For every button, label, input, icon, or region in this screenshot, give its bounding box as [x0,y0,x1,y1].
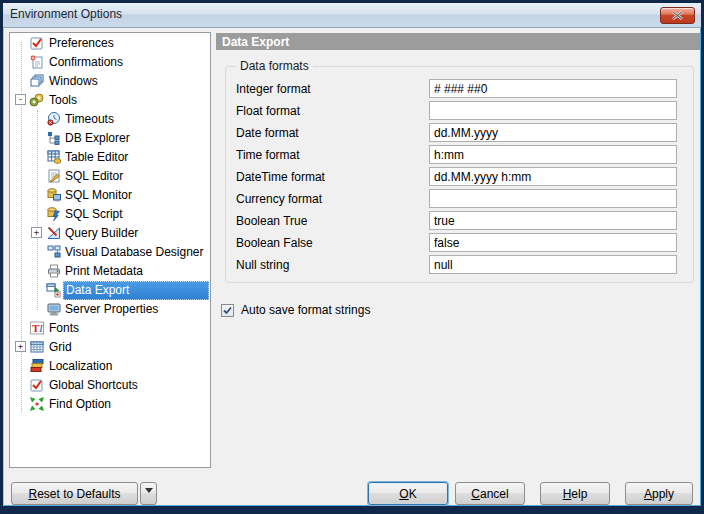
tree-item-sql-script[interactable]: SQL Script [10,205,210,224]
close-button[interactable] [660,7,695,24]
tree-item-localization[interactable]: Localization [10,357,210,376]
query-builder-icon [46,225,62,241]
currency-format-input[interactable] [429,189,677,208]
help-button[interactable]: Help [540,482,610,505]
tree-item-print-metadata[interactable]: Print Metadata [10,262,210,281]
tree-item-table-editor[interactable]: Table Editor [10,148,210,167]
title-bar[interactable]: Environment Options [3,3,701,28]
sql-monitor-icon [46,187,62,203]
datetime-format-input[interactable] [429,167,677,186]
form-row: Float format [226,101,693,121]
tree-item-sql-monitor[interactable]: SQL Monitor [10,186,210,205]
query-builder-expand-toggle[interactable]: + [31,227,42,238]
boolean-false-label: Boolean False [236,236,313,250]
tree-item-fonts[interactable]: TI Fonts [10,319,210,338]
ok-button[interactable]: OK [368,482,448,505]
apply-button[interactable]: Apply [625,482,693,505]
data-formats-group: Data formats Integer format Float format… [225,66,694,283]
table-editor-icon [46,149,62,165]
check-mark-icon [223,306,232,315]
integer-format-label: Integer format [236,82,311,96]
form-row: Date format [226,123,693,143]
form-row: Integer format [226,79,693,99]
form-row: Boolean True [226,211,693,231]
localization-icon [29,358,45,374]
boolean-false-input[interactable] [429,233,677,252]
form-row: Null string [226,255,693,275]
tree-item-data-export[interactable]: Data Export [10,281,210,300]
chevron-down-icon [145,488,153,493]
group-title: Data formats [236,59,313,73]
db-explorer-icon [46,130,62,146]
windows-icon [29,73,45,89]
datetime-format-label: DateTime format [236,170,325,184]
tree-item-windows[interactable]: Windows [10,72,210,91]
tree-item-preferences[interactable]: Preferences [10,34,210,53]
global-shortcuts-icon [29,377,45,393]
panel-header: Data Export [216,33,700,50]
cancel-button[interactable]: Cancel [455,482,525,505]
print-metadata-icon [46,263,62,279]
currency-format-label: Currency format [236,192,322,206]
time-format-input[interactable] [429,145,677,164]
window-title: Environment Options [10,7,122,21]
sql-script-icon [46,206,62,222]
find-option-icon [29,396,45,412]
tree-item-visual-database-designer[interactable]: Visual Database Designer [10,243,210,262]
tools-icon [29,92,45,108]
reset-dropdown-button[interactable] [140,482,157,505]
form-row: Currency format [226,189,693,209]
checkbox-box[interactable] [221,304,234,317]
data-export-icon [46,282,62,298]
form-row: DateTime format [226,167,693,187]
tree-item-server-properties[interactable]: Server Properties [10,300,210,319]
float-format-input[interactable] [429,101,677,120]
confirmations-icon [29,54,45,70]
date-format-input[interactable] [429,123,677,142]
boolean-true-label: Boolean True [236,214,307,228]
sql-editor-icon [46,168,62,184]
visual-database-designer-icon [46,244,62,260]
tree-item-timeouts[interactable]: Timeouts [10,110,210,129]
options-tree: Preferences Confirmations Windows Tools … [9,32,211,468]
tree-item-tools[interactable]: Tools [10,91,210,110]
preferences-icon [29,35,45,51]
grid-icon [29,339,45,355]
tree-item-db-explorer[interactable]: DB Explorer [10,129,210,148]
tree-item-global-shortcuts[interactable]: Global Shortcuts [10,376,210,395]
checkbox-label: Auto save format strings [241,303,370,317]
null-string-label: Null string [236,258,289,272]
tree-item-sql-editor[interactable]: SQL Editor [10,167,210,186]
boolean-true-input[interactable] [429,211,677,230]
float-format-label: Float format [236,104,300,118]
tree-item-grid[interactable]: Grid [10,338,210,357]
time-format-label: Time format [236,148,300,162]
date-format-label: Date format [236,126,299,140]
timeouts-icon [46,111,62,127]
integer-format-input[interactable] [429,79,677,98]
server-properties-icon [46,301,62,317]
null-string-input[interactable] [429,255,677,274]
form-row: Time format [226,145,693,165]
auto-save-format-strings-checkbox[interactable]: Auto save format strings [221,302,370,318]
environment-options-dialog: Environment Options Preferences Confirma… [0,0,704,514]
fonts-icon: TI [29,320,45,336]
tree-item-find-option[interactable]: Find Option [10,395,210,414]
reset-to-defaults-button[interactable]: Reset to Defaults [11,482,138,505]
close-x-icon [672,11,683,20]
form-row: Boolean False [226,233,693,253]
tree-item-confirmations[interactable]: Confirmations [10,53,210,72]
tools-collapse-toggle[interactable]: - [15,94,26,105]
grid-expand-toggle[interactable]: + [15,341,26,352]
